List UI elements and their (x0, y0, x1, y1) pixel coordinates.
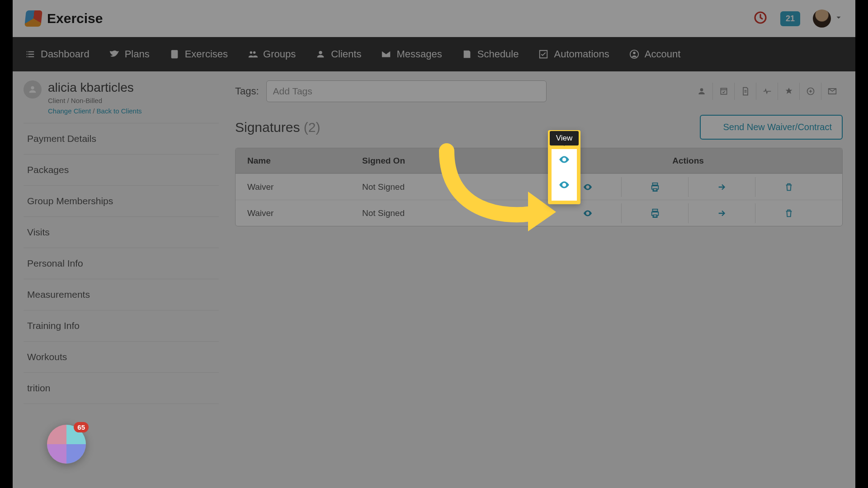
side-item-group-memberships[interactable]: Group Memberships (24, 185, 219, 216)
side-item-payment-details[interactable]: Payment Details (24, 123, 219, 154)
side-item-personal-info[interactable]: Personal Info (24, 248, 219, 279)
side-item-packages[interactable]: Packages (24, 154, 219, 185)
user-menu[interactable] (813, 9, 843, 28)
signatures-title: Signatures (2) (235, 120, 320, 135)
mail-icon[interactable] (821, 83, 843, 100)
plus-circle-icon[interactable] (799, 83, 821, 100)
nav-automations[interactable]: Automations (538, 48, 609, 60)
brand: Exercise (25, 10, 103, 27)
print-button[interactable] (621, 177, 688, 197)
signatures-count: (2) (304, 120, 321, 135)
nav-schedule[interactable]: Schedule (462, 48, 519, 60)
send-button[interactable] (688, 177, 755, 197)
nav-label: Messages (396, 48, 442, 60)
notification-badge[interactable]: 21 (780, 11, 800, 26)
nav-label: Account (645, 48, 681, 60)
eye-icon[interactable] (558, 179, 570, 191)
table-row: Waiver Not Signed (236, 200, 842, 226)
nav-dashboard[interactable]: Dashboard (25, 48, 90, 60)
chat-badge-count: 65 (74, 422, 89, 432)
delete-button[interactable] (755, 203, 822, 223)
change-client-link[interactable]: Change Client (48, 107, 91, 115)
nav-clients[interactable]: Clients (316, 48, 361, 60)
cell-signed-on: Not Signed (362, 182, 534, 192)
chevron-down-icon (835, 14, 843, 23)
client-subtitle: Client / Non-Billed (48, 97, 142, 104)
nav-groups[interactable]: Groups (248, 48, 296, 60)
nav-label: Schedule (477, 48, 519, 60)
nav-plans[interactable]: Plans (109, 48, 150, 60)
nav-label: Automations (554, 48, 609, 60)
user-icon[interactable] (691, 83, 712, 100)
brand-logo-icon (24, 10, 42, 27)
header-right: 21 (753, 9, 843, 28)
tags-label: Tags: (235, 85, 259, 97)
table-header: Name Signed On Actions (236, 148, 842, 174)
side-item-workouts[interactable]: Workouts (24, 341, 219, 372)
cell-signed-on: Not Signed (362, 208, 534, 218)
print-button[interactable] (621, 203, 688, 223)
nav-exercises[interactable]: Exercises (170, 48, 228, 60)
side-item-visits[interactable]: Visits (24, 216, 219, 248)
tags-input[interactable] (266, 80, 547, 102)
signatures-title-text: Signatures (235, 120, 300, 135)
side-item-nutrition[interactable]: trition (24, 372, 219, 404)
nav-messages[interactable]: Messages (381, 48, 442, 60)
signatures-table: Name Signed On Actions Waiver Not Signed (235, 148, 843, 226)
nav-label: Clients (331, 48, 361, 60)
nav-label: Groups (263, 48, 296, 60)
back-to-clients-link[interactable]: Back to Clients (97, 107, 142, 115)
send-waiver-label: Send New Waiver/Contract (723, 122, 832, 132)
delete-button[interactable] (755, 177, 822, 197)
table-row: Waiver Not Signed (236, 174, 842, 200)
nav-label: Exercises (185, 48, 228, 60)
nav-label: Plans (125, 48, 150, 60)
client-action-icons (691, 83, 843, 100)
cell-name: Waiver (236, 208, 362, 218)
document-icon[interactable] (734, 83, 756, 100)
send-waiver-button[interactable]: Send New Waiver/Contract (700, 115, 843, 140)
client-avatar-icon (24, 80, 42, 99)
svg-point-2 (633, 52, 636, 55)
chat-launcher[interactable]: 65 (47, 425, 86, 464)
heart-rate-icon[interactable] (756, 83, 778, 100)
side-item-measurements[interactable]: Measurements (24, 279, 219, 310)
calendar-check-icon[interactable] (712, 83, 734, 100)
nav-label: Dashboard (41, 48, 90, 60)
star-icon[interactable] (778, 83, 799, 100)
avatar-icon (813, 9, 831, 28)
col-name: Name (236, 156, 362, 166)
separator: / (93, 107, 94, 115)
clock-icon[interactable] (753, 10, 768, 27)
brand-name: Exercise (47, 11, 103, 26)
cell-name: Waiver (236, 182, 362, 192)
nav-account[interactable]: Account (629, 48, 681, 60)
client-name: alicia kbarticles (48, 80, 142, 95)
view-button[interactable] (554, 203, 621, 223)
view-column-highlight: View (548, 130, 580, 204)
eye-icon[interactable] (558, 154, 570, 165)
client-header: alicia kbarticles Client / Non-Billed Ch… (24, 80, 219, 115)
main-nav: Dashboard Plans Exercises Groups Clients… (13, 37, 855, 71)
top-header: Exercise 21 (13, 0, 855, 37)
client-side-menu: Payment Details Packages Group Membershi… (24, 123, 219, 404)
col-signed-on: Signed On (362, 156, 534, 166)
send-button[interactable] (688, 203, 755, 223)
side-item-training-info[interactable]: Training Info (24, 310, 219, 341)
view-tooltip: View (550, 131, 579, 145)
